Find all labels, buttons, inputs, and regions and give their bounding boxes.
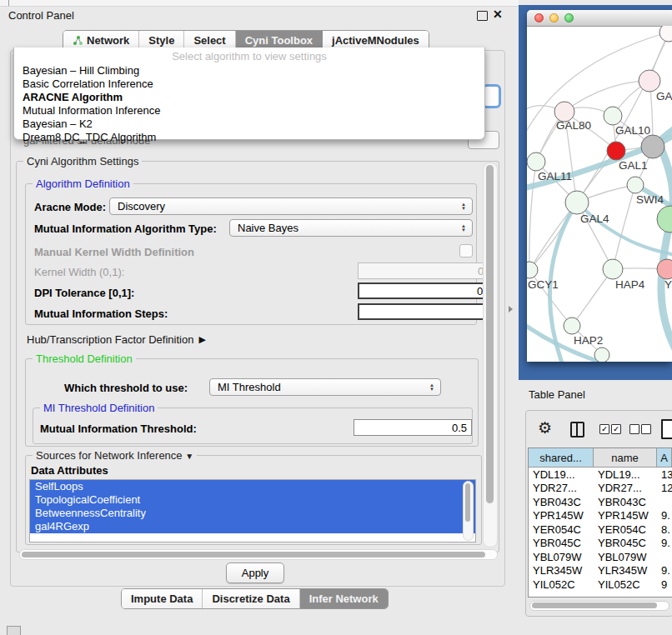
- network-node[interactable]: [657, 206, 672, 232]
- split-pane-handle-icon[interactable]: [509, 306, 513, 312]
- algorithm-option[interactable]: Mutual Information Inference: [14, 104, 484, 118]
- aracne-mode-select[interactable]: Discovery ▲▼: [109, 198, 473, 215]
- algorithm-option[interactable]: Bayesian – K2: [14, 118, 484, 131]
- network-window[interactable]: GALGAL80GAL10GAL1GAL11SWI4GAL4GCY1HAP4YH…: [527, 10, 672, 362]
- document-icon[interactable]: [661, 419, 672, 439]
- table-cell: YBR043C: [594, 495, 657, 509]
- table-cell: YIL052C: [529, 578, 594, 592]
- table-cell: YBL079W: [594, 550, 657, 564]
- table-cell: YDL19...: [529, 468, 594, 482]
- algorithm-option[interactable]: Dream8 DC_TDC Algorithm: [14, 131, 484, 144]
- network-node-hap2[interactable]: [564, 318, 580, 334]
- column-header-3[interactable]: A: [657, 448, 672, 467]
- network-node-gal11[interactable]: [527, 152, 545, 171]
- network-node-gal1[interactable]: [607, 142, 625, 160]
- network-node-gal4[interactable]: [565, 191, 589, 214]
- table-cell: 8.: [657, 522, 672, 537]
- tab-label: Cyni Toolbox: [245, 34, 313, 47]
- table-cell: YDR27...: [529, 482, 594, 496]
- network-node-gal10[interactable]: [604, 107, 622, 125]
- algorithm-option[interactable]: ARACNE Algorithm: [14, 91, 484, 104]
- algorithm-definition-title: Algorithm Definition: [33, 178, 133, 190]
- settings-hscrollbar[interactable]: [19, 549, 498, 560]
- aracne-mode-label: Aracne Mode:: [34, 201, 106, 213]
- attribute-list-scrollbar[interactable]: [463, 481, 474, 541]
- mi-steps-input[interactable]: 6: [358, 303, 498, 320]
- sources-group-title[interactable]: Sources for Network Inference ▼: [33, 449, 197, 462]
- data-attributes-list[interactable]: SelfLoopsTopologicalCoefficientBetweenne…: [29, 479, 476, 542]
- mi-threshold-group: MI Threshold Definition Mutual Informati…: [33, 408, 473, 444]
- table-hscrollbar[interactable]: [529, 601, 669, 611]
- network-edge: [529, 162, 536, 270]
- network-node-gcy1[interactable]: [527, 262, 538, 278]
- bottom-tab-label: Impute Data: [131, 592, 193, 605]
- minimize-window-icon[interactable]: [549, 13, 559, 22]
- table-cell: YER054C: [594, 522, 657, 537]
- which-threshold-value: MI Threshold: [218, 381, 281, 393]
- data-attribute-item[interactable]: SelfLoops: [30, 480, 475, 493]
- node-label: HAP2: [574, 334, 603, 347]
- table-row[interactable]: YDL19...YDL19...13: [529, 468, 672, 482]
- panel-top-strip: [0, 0, 519, 7]
- network-window-titlebar[interactable]: [527, 10, 672, 27]
- algorithm-option[interactable]: Bayesian – Hill Climbing: [14, 64, 484, 78]
- network-node[interactable]: [659, 26, 672, 42]
- float-panel-icon[interactable]: [477, 11, 488, 21]
- data-attribute-item[interactable]: BetweennessCentrality: [30, 507, 475, 520]
- which-threshold-select[interactable]: MI Threshold ▲▼: [209, 378, 441, 396]
- table-row[interactable]: YBR045CYBR045C9.: [529, 537, 672, 551]
- deselect-all-checkbox-icon[interactable]: [629, 424, 639, 434]
- kernel-width-input[interactable]: 0.0: [358, 262, 498, 279]
- select-all-checkbox-icon[interactable]: ✓: [599, 424, 609, 434]
- mi-threshold-input[interactable]: 0.5: [354, 419, 472, 436]
- algorithm-dropdown[interactable]: Select algorithm to view settings Bayesi…: [13, 48, 485, 140]
- table-row[interactable]: YDR27...YDR27...12: [529, 482, 672, 496]
- collapsed-panel-icon[interactable]: [7, 626, 21, 635]
- network-node[interactable]: [641, 135, 664, 158]
- zoom-window-icon[interactable]: [564, 13, 574, 22]
- bottom-tab-impute-data[interactable]: Impute Data: [122, 589, 203, 608]
- table-cell: [657, 495, 672, 509]
- tab-label: Style: [148, 34, 174, 47]
- network-node-swi4[interactable]: [627, 177, 644, 193]
- table-row[interactable]: YBL079WYBL079W: [529, 550, 672, 564]
- columns-icon[interactable]: [570, 422, 584, 438]
- bottom-tab-infer-network[interactable]: Infer Network: [300, 589, 388, 608]
- network-icon: [73, 35, 83, 46]
- data-attribute-item[interactable]: TopologicalCoefficient: [30, 493, 475, 507]
- algorithm-option[interactable]: Basic Correlation Inference: [14, 78, 484, 91]
- table-row[interactable]: YPR145WYPR145W9.: [529, 509, 672, 523]
- manual-kernel-width-checkbox[interactable]: [459, 244, 473, 258]
- algorithm-definition-group: Algorithm Definition Aracne Mode: Discov…: [25, 183, 477, 325]
- table-cell: 9.: [657, 564, 672, 578]
- dpi-tolerance-input[interactable]: 0.0: [358, 282, 498, 299]
- tab-label: Network: [87, 34, 129, 47]
- network-node[interactable]: [594, 348, 609, 362]
- network-node-hap4[interactable]: [603, 259, 623, 279]
- table-cell: YDL19...: [594, 468, 657, 482]
- network-canvas[interactable]: GALGAL80GAL10GAL1GAL11SWI4GAL4GCY1HAP4YH…: [527, 26, 672, 362]
- data-attribute-item[interactable]: gal4RGexp: [30, 520, 475, 533]
- mi-algorithm-type-select[interactable]: Naive Bayes ▲▼: [229, 219, 473, 237]
- table-row[interactable]: YBR043CYBR043C: [529, 495, 672, 509]
- settings-scrollbar[interactable]: [483, 162, 498, 548]
- algorithm-dropdown-placeholder: Select algorithm to view settings: [14, 50, 484, 62]
- close-icon[interactable]: ✕: [493, 8, 503, 21]
- gear-icon[interactable]: ⚙: [538, 419, 552, 438]
- apply-button[interactable]: Apply: [226, 562, 284, 583]
- column-header-2[interactable]: name: [594, 448, 657, 467]
- table-panel: ⚙ ✓ ✓ shared...nameA YDL19...YDL19...13Y…: [525, 410, 672, 617]
- node-label: GAL4: [580, 212, 609, 225]
- close-window-icon[interactable]: [534, 13, 544, 22]
- table-row[interactable]: YLR345WYLR345W9.: [529, 564, 672, 578]
- bottom-tab-discretize-data[interactable]: Discretize Data: [203, 589, 299, 608]
- table-cell: YIL052C: [594, 578, 657, 592]
- hub-definition-expander[interactable]: Hub/Transcription Factor Definition ▶: [27, 333, 206, 346]
- node-table[interactable]: shared...nameA YDL19...YDL19...13YDR27..…: [528, 448, 672, 598]
- table-row[interactable]: YIL052CYIL052C9: [529, 578, 672, 592]
- column-header-1[interactable]: shared...: [529, 448, 594, 467]
- table-row[interactable]: YER054CYER054C8.: [529, 522, 672, 537]
- network-node-gal[interactable]: [639, 70, 660, 92]
- kernel-width-label: Kernel Width (0,1):: [34, 266, 124, 278]
- table-toolbar: ⚙ ✓ ✓: [526, 411, 672, 448]
